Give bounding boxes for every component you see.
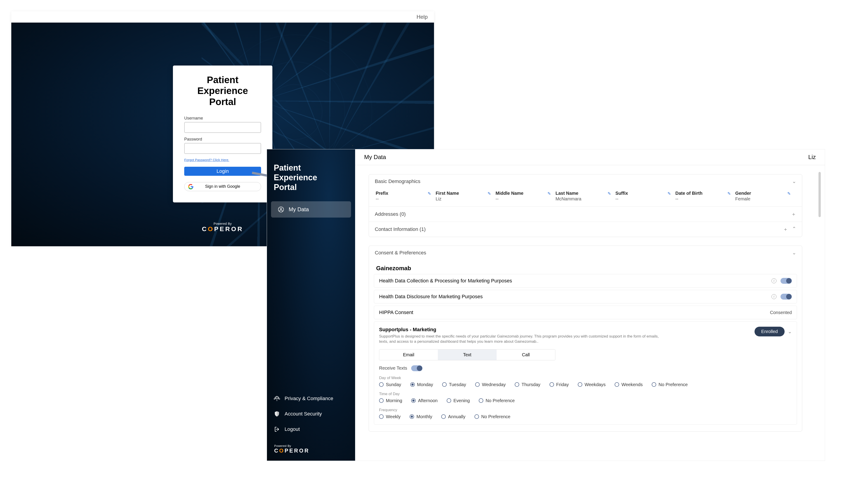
login-card: Patient Experience Portal Username Passw… bbox=[173, 66, 272, 202]
sidebar-item-label: Logout bbox=[285, 426, 300, 432]
radio-label: Weekdays bbox=[585, 382, 606, 387]
demographics-col: Prefix--✎ bbox=[376, 191, 436, 201]
contact-row[interactable]: Contact Information (1) ＋ ⌃ bbox=[369, 222, 802, 237]
panel-demographics-header[interactable]: Basic Demographics ⌄ bbox=[369, 174, 802, 188]
forgot-password-link[interactable]: Forgot Password? Click Here. bbox=[184, 158, 229, 162]
channel-tab-email[interactable]: Email bbox=[379, 350, 438, 360]
channel-tab-call[interactable]: Call bbox=[497, 350, 555, 360]
pref-group-label: Day of Week bbox=[379, 376, 792, 380]
radio-monday[interactable]: Monday bbox=[410, 382, 433, 387]
radio-circle-icon bbox=[447, 398, 451, 403]
consent-toggle[interactable] bbox=[780, 294, 792, 300]
consent-product: Gainezomab bbox=[374, 261, 797, 274]
demographics-col-label: Prefix bbox=[376, 191, 429, 196]
sidebar-powered-by: Powered By COPEROR bbox=[271, 437, 351, 454]
info-icon[interactable]: i bbox=[772, 278, 776, 283]
radio-no-preference[interactable]: No Preference bbox=[479, 398, 515, 403]
radio-circle-icon bbox=[442, 382, 447, 387]
pref-radio-row: SundayMondayTuesdayWednesdayThursdayFrid… bbox=[379, 382, 792, 387]
svg-point-1 bbox=[280, 208, 282, 209]
radio-circle-icon bbox=[578, 382, 582, 387]
edit-icon[interactable]: ✎ bbox=[668, 191, 671, 196]
login-button[interactable]: Login bbox=[184, 167, 261, 176]
channel-tabs: EmailTextCall bbox=[379, 349, 555, 360]
header-user[interactable]: Liz bbox=[808, 154, 816, 161]
sidebar-item-label: My Data bbox=[289, 206, 309, 213]
radio-no-preference[interactable]: No Preference bbox=[652, 382, 688, 387]
sidebar-item-security[interactable]: Account Security bbox=[271, 407, 351, 421]
radio-friday[interactable]: Friday bbox=[550, 382, 569, 387]
radio-label: Weekends bbox=[621, 382, 643, 387]
radio-annually[interactable]: Annually bbox=[441, 414, 465, 419]
radio-weekends[interactable]: Weekends bbox=[615, 382, 643, 387]
radio-circle-icon bbox=[515, 382, 519, 387]
edit-icon[interactable]: ✎ bbox=[548, 191, 551, 196]
add-icon[interactable]: ＋ bbox=[791, 211, 796, 218]
radio-evening[interactable]: Evening bbox=[447, 398, 470, 403]
edit-icon[interactable]: ✎ bbox=[428, 191, 431, 196]
edit-icon[interactable]: ✎ bbox=[608, 191, 611, 196]
demographics-col-value: McNammara bbox=[555, 196, 609, 201]
balance-icon bbox=[274, 395, 280, 402]
consent-item: Health Data Disclosure for Marketing Pur… bbox=[374, 290, 797, 303]
demographics-col: First NameLiz✎ bbox=[436, 191, 495, 201]
radio-afternoon[interactable]: Afternoon bbox=[411, 398, 438, 403]
radio-no-preference[interactable]: No Preference bbox=[474, 414, 510, 419]
radio-monthly[interactable]: Monthly bbox=[410, 414, 432, 419]
demographics-col: Suffix--✎ bbox=[616, 191, 675, 201]
pref-radio-row: MorningAfternoonEveningNo Preference bbox=[379, 398, 792, 403]
username-input[interactable] bbox=[184, 122, 261, 133]
help-link[interactable]: Help bbox=[416, 14, 428, 20]
radio-tuesday[interactable]: Tuesday bbox=[442, 382, 466, 387]
contact-label: Contact Information (1) bbox=[375, 226, 426, 232]
consent-detail-title: Supportplus - Marketing bbox=[379, 327, 754, 332]
radio-label: Weekly bbox=[386, 414, 401, 419]
sidebar-item-label: Privacy & Compliance bbox=[285, 396, 333, 401]
google-signin-button[interactable]: Sign in with Google bbox=[184, 182, 261, 191]
radio-morning[interactable]: Morning bbox=[379, 398, 402, 403]
user-circle-icon bbox=[278, 206, 284, 213]
addresses-row[interactable]: Addresses (0) ＋ bbox=[369, 206, 802, 222]
sidebar-item-my-data[interactable]: My Data bbox=[271, 201, 351, 218]
login-title-line1: Patient Experience bbox=[197, 74, 248, 96]
chevron-down-icon[interactable]: ⌄ bbox=[788, 329, 792, 335]
sidebar: Patient Experience Portal My Data Privac… bbox=[267, 149, 355, 461]
radio-label: No Preference bbox=[658, 382, 688, 387]
login-topbar: Help bbox=[11, 11, 434, 23]
radio-label: Thursday bbox=[522, 382, 540, 387]
radio-sunday[interactable]: Sunday bbox=[379, 382, 401, 387]
radio-circle-icon bbox=[410, 414, 414, 419]
radio-circle-icon bbox=[652, 382, 656, 387]
radio-circle-icon bbox=[475, 382, 480, 387]
radio-circle-icon bbox=[474, 414, 479, 419]
consent-item: HIPPA ConsentConsented bbox=[374, 306, 797, 319]
consent-status: Consented bbox=[770, 310, 792, 315]
add-icon[interactable]: ＋ bbox=[783, 226, 788, 233]
receive-texts-label: Receive Texts bbox=[379, 365, 407, 371]
receive-texts-toggle[interactable] bbox=[411, 365, 423, 371]
radio-label: Wednesday bbox=[482, 382, 506, 387]
channel-tab-text[interactable]: Text bbox=[438, 350, 496, 360]
sidebar-item-privacy[interactable]: Privacy & Compliance bbox=[271, 391, 351, 406]
radio-circle-icon bbox=[615, 382, 619, 387]
addresses-label: Addresses (0) bbox=[375, 211, 406, 217]
info-icon[interactable]: i bbox=[772, 294, 776, 299]
panel-consent-header[interactable]: Consent & Preferences ⌄ bbox=[369, 246, 802, 260]
chevron-up-icon[interactable]: ⌃ bbox=[792, 226, 796, 233]
demographics-col-value: Female bbox=[735, 196, 788, 201]
consent-toggle[interactable] bbox=[780, 278, 792, 284]
radio-weekly[interactable]: Weekly bbox=[379, 414, 401, 419]
radio-thursday[interactable]: Thursday bbox=[515, 382, 540, 387]
sidebar-item-logout[interactable]: Logout bbox=[271, 422, 351, 436]
radio-circle-icon bbox=[411, 398, 416, 403]
radio-label: Evening bbox=[454, 398, 470, 403]
edit-icon[interactable]: ✎ bbox=[488, 191, 491, 196]
panel-consent-title: Consent & Preferences bbox=[375, 250, 426, 256]
edit-icon[interactable]: ✎ bbox=[787, 191, 791, 196]
password-input[interactable] bbox=[184, 143, 261, 154]
edit-icon[interactable]: ✎ bbox=[727, 191, 731, 196]
radio-weekdays[interactable]: Weekdays bbox=[578, 382, 606, 387]
radio-wednesday[interactable]: Wednesday bbox=[475, 382, 506, 387]
demographics-col: GenderFemale✎ bbox=[735, 191, 795, 201]
demographics-col-label: Gender bbox=[735, 191, 788, 196]
